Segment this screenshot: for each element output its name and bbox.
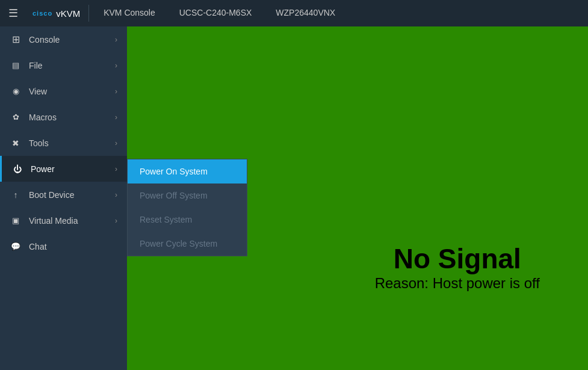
sidebar-item-chat[interactable]: 💬 Chat (0, 233, 127, 259)
submenu-power-off: Power Off System (128, 183, 247, 208)
header-tabs: KVM Console UCSC-C240-M6SX WZP26440VNX (91, 0, 347, 26)
sidebar-item-boot-device[interactable]: ↑ Boot Device › (0, 182, 127, 208)
power-icon: ⏻ (11, 164, 23, 174)
sidebar: ⊞ Console › ▤ File › ◉ View › ✿ Macros ›… (0, 26, 127, 370)
file-arrow-icon: › (115, 61, 117, 70)
header-divider (88, 5, 89, 22)
virtual-media-arrow-icon: › (115, 217, 117, 225)
boot-device-arrow-icon: › (115, 191, 117, 199)
virtual-media-icon: ▣ (10, 216, 22, 225)
tools-arrow-icon: › (115, 139, 117, 147)
tab-kvm-console[interactable]: KVM Console (91, 0, 167, 26)
sidebar-label-tools: Tools (29, 138, 108, 148)
submenu-power-cycle: Power Cycle System (128, 232, 247, 256)
no-signal-title: No Signal (375, 242, 540, 275)
chat-icon: 💬 (10, 242, 22, 251)
sidebar-label-console: Console (29, 35, 108, 45)
hamburger-icon: ☰ (8, 7, 18, 20)
header: ☰ cisco vKVM KVM Console UCSC-C240-M6SX … (0, 0, 588, 26)
hamburger-button[interactable]: ☰ (0, 0, 26, 26)
main-layout: ⊞ Console › ▤ File › ◉ View › ✿ Macros ›… (0, 26, 588, 370)
sidebar-item-tools[interactable]: ✖ Tools › (0, 130, 127, 156)
logo-area: cisco vKVM (26, 8, 86, 19)
sidebar-item-power[interactable]: ⏻ Power › (0, 156, 127, 182)
tab-ucsc[interactable]: UCSC-C240-M6SX (167, 0, 264, 26)
power-submenu: Power On System Power Off System Reset S… (127, 159, 247, 256)
tools-icon: ✖ (10, 138, 22, 148)
sidebar-label-boot-device: Boot Device (29, 190, 108, 200)
sidebar-item-virtual-media[interactable]: ▣ Virtual Media › (0, 208, 127, 233)
sidebar-item-view[interactable]: ◉ View › (0, 78, 127, 104)
sidebar-item-file[interactable]: ▤ File › (0, 52, 127, 78)
no-signal-reason: Reason: Host power is off (375, 275, 540, 292)
sidebar-item-console[interactable]: ⊞ Console › (0, 26, 127, 52)
sidebar-label-chat: Chat (29, 242, 117, 251)
sidebar-label-virtual-media: Virtual Media (29, 216, 108, 226)
sidebar-label-file: File (29, 61, 108, 70)
power-arrow-icon: › (115, 165, 117, 173)
view-icon: ◉ (10, 87, 22, 96)
view-arrow-icon: › (115, 87, 117, 96)
macros-icon: ✿ (10, 113, 22, 122)
sidebar-label-power: Power (31, 164, 108, 174)
cisco-logo: cisco (32, 10, 52, 17)
boot-device-icon: ↑ (10, 190, 22, 200)
no-signal-container: No Signal Reason: Host power is off (375, 242, 540, 292)
tab-wzp[interactable]: WZP26440VNX (264, 0, 347, 26)
submenu-power-on[interactable]: Power On System (128, 159, 247, 183)
console-arrow-icon: › (115, 35, 117, 44)
sidebar-label-macros: Macros (29, 113, 108, 122)
vkvm-label: vKVM (56, 8, 80, 19)
macros-arrow-icon: › (115, 113, 117, 122)
file-icon: ▤ (10, 61, 22, 70)
submenu-reset-system: Reset System (128, 208, 247, 232)
sidebar-item-macros[interactable]: ✿ Macros › (0, 104, 127, 130)
sidebar-label-view: View (29, 87, 108, 96)
console-icon: ⊞ (10, 34, 22, 45)
